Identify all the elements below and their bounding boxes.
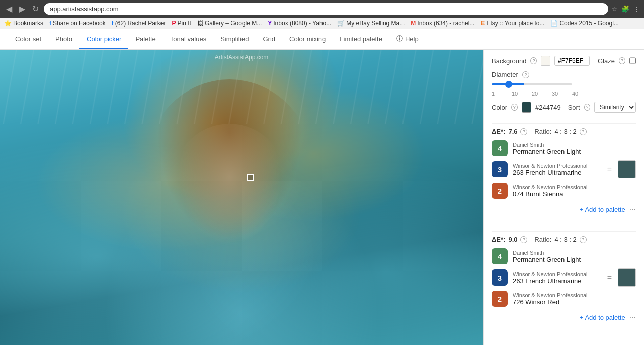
etsy-icon: E [480, 20, 485, 27]
glaze-label: Glaze [598, 57, 615, 65]
add-palette-button-1[interactable]: + Add to palette [580, 206, 625, 213]
bookmark-gmail[interactable]: M Inbox (634) - rachel... [411, 20, 474, 27]
help-circle-icon: ⓘ [396, 34, 403, 43]
bookmark-ebay[interactable]: 🛒 My eBay Selling Ma... [337, 20, 405, 27]
paint-badge-2-3: 2 [492, 291, 508, 307]
nav-simplified[interactable]: Simplified [213, 30, 256, 49]
image-area[interactable]: ArtistAssistApp.com [0, 50, 483, 345]
paint-badge-2-1: 4 [492, 248, 508, 264]
ratio-label-1: Ratio: [534, 128, 551, 135]
ratio-label-2: Ratio: [534, 236, 551, 243]
bookmark-bookmarks[interactable]: ⭐ Bookmarks [4, 20, 43, 27]
ratio-value-2: 4 : 3 : 2 [554, 236, 576, 243]
color-swatch-main[interactable] [522, 102, 531, 113]
sort-info-icon[interactable]: ? [584, 104, 590, 111]
diameter-slider[interactable] [492, 83, 572, 85]
paint-info-2-1: Daniel Smith Permanent Green Light [513, 250, 636, 263]
nav-limited-palette[interactable]: Limited palette [333, 30, 389, 49]
bookmark-facebook[interactable]: f Share on Facebook [49, 20, 106, 27]
color-info-icon[interactable]: ? [511, 104, 517, 111]
background-hex-input[interactable] [554, 56, 590, 66]
ebay-icon: 🛒 [337, 20, 345, 27]
paint-card-2-2: 3 Winsor & Newton Professional 263 Frenc… [492, 268, 636, 287]
paint-card-2-3: 2 Winsor & Newton Professional 726 Winso… [492, 291, 636, 307]
paint-info-2-3: Winsor & Newton Professional 726 Winsor … [513, 292, 636, 306]
refresh-button[interactable]: ↻ [30, 3, 41, 15]
mix-header-2: ΔE*: 9.0 ? Ratio: 4 : 3 : 2 ? [492, 236, 636, 243]
more-options-button-1[interactable]: ··· [629, 205, 636, 214]
background-row: Background ? Glaze ? [492, 56, 636, 66]
paint-brand-2-2: Winsor & Newton Professional [513, 271, 601, 277]
nav-help[interactable]: ⓘ Help [389, 29, 426, 49]
glaze-info-icon[interactable]: ? [619, 57, 625, 64]
paint-info-1-3: Winsor & Newton Professional 074 Burnt S… [513, 184, 636, 198]
bookmark-etsy[interactable]: E Etsy :: Your place to... [480, 20, 544, 27]
bookmark-star-icon: ⭐ [4, 20, 12, 27]
bookmark-yahoo[interactable]: Y Inbox (8080) - Yaho... [268, 20, 331, 27]
diameter-info-icon[interactable]: ? [522, 71, 529, 78]
bookmark-pinterest[interactable]: P Pin It [172, 20, 191, 27]
paint-card-2-1: 4 Daniel Smith Permanent Green Light [492, 248, 636, 264]
bookmark-star-icon[interactable]: ☆ [611, 5, 617, 13]
ratio-value-1: 4 : 3 : 2 [554, 128, 576, 135]
main-container: ArtistAssistApp.com Background ? Glaze ?… [0, 50, 644, 345]
nav-color-picker[interactable]: Color picker [79, 30, 128, 49]
equals-2-2: = [607, 273, 612, 282]
forward-button[interactable]: ▶ [17, 3, 27, 15]
paint-badge-1-2: 3 [492, 161, 508, 177]
photo-canvas[interactable]: ArtistAssistApp.com [0, 50, 483, 345]
background-label: Background [492, 57, 526, 65]
bookmark-codes[interactable]: 📄 Codes 2015 - Googl... [550, 20, 618, 27]
more-options-button-2[interactable]: ··· [629, 313, 636, 322]
delta-label-1: ΔE*: [492, 128, 505, 135]
nav-palette[interactable]: Palette [128, 30, 163, 49]
browser-icons: ☆ 🧩 ⋮ [611, 5, 640, 13]
gallery-icon: 🖼 [197, 20, 203, 27]
sort-select[interactable]: Similarity Name Brand Hue [594, 102, 636, 113]
add-palette-row-2: + Add to palette ··· [492, 311, 636, 324]
paint-brand-1-2: Winsor & Newton Professional [513, 163, 601, 169]
mix-section-2: ΔE*: 9.0 ? Ratio: 4 : 3 : 2 ? 4 Daniel S… [492, 231, 636, 328]
paint-name-2-3: 726 Winsor Red [513, 298, 636, 306]
background-info-icon[interactable]: ? [530, 57, 537, 64]
bookmark-gallery[interactable]: 🖼 Gallery – Google M... [197, 20, 262, 27]
facebook-icon2: f [112, 20, 114, 27]
diameter-label: Diameter [492, 71, 518, 78]
glaze-checkbox[interactable] [629, 57, 636, 64]
url-bar[interactable]: app.artistassistapp.com [44, 3, 608, 15]
facebook-icon: f [49, 20, 51, 27]
bookmark-rachel[interactable]: f (62) Rachel Parker [112, 20, 166, 27]
delta-info-icon-1[interactable]: ? [520, 128, 527, 135]
color-hex-value: #244749 [535, 104, 561, 111]
paint-card-1-2: 3 Winsor & Newton Professional 263 Frenc… [492, 160, 636, 178]
mix-header-1: ΔE*: 7.6 ? Ratio: 4 : 3 : 2 ? [492, 128, 636, 135]
delta-info-icon-2[interactable]: ? [520, 236, 527, 243]
divider-2 [492, 228, 636, 228]
paint-badge-1-3: 2 [492, 183, 508, 199]
ratio-info-icon-2[interactable]: ? [580, 236, 587, 243]
extensions-icon[interactable]: 🧩 [621, 5, 629, 13]
nav-color-mixing[interactable]: Color mixing [282, 30, 333, 49]
color-label: Color [492, 104, 507, 111]
paint-brand-2-1: Daniel Smith [513, 250, 636, 256]
paint-brand-1-1: Daniel Smith [513, 142, 636, 148]
ratio-info-icon-1[interactable]: ? [580, 128, 587, 135]
nav-tonal-values[interactable]: Tonal values [163, 30, 213, 49]
browser-chrome: ◀ ▶ ↻ app.artistassistapp.com ☆ 🧩 ⋮ [0, 0, 644, 18]
menu-icon[interactable]: ⋮ [633, 5, 640, 13]
nav-grid[interactable]: Grid [256, 30, 283, 49]
diameter-row: Diameter ? [492, 71, 636, 78]
nav-color-set[interactable]: Color set [8, 30, 48, 49]
nav-photo[interactable]: Photo [48, 30, 79, 49]
app-nav: Color set Photo Color picker Palette Ton… [0, 29, 644, 50]
divider-1 [492, 120, 636, 120]
background-color-swatch[interactable] [541, 56, 550, 66]
back-button[interactable]: ◀ [4, 3, 14, 15]
paint-name-2-2: 263 French Ultramarine [513, 277, 601, 285]
url-text: app.artistassistapp.com [50, 5, 119, 13]
paint-brand-1-3: Winsor & Newton Professional [513, 184, 636, 190]
codes-icon: 📄 [550, 20, 558, 27]
paint-info-2-2: Winsor & Newton Professional 263 French … [513, 271, 601, 285]
add-palette-button-2[interactable]: + Add to palette [580, 314, 625, 321]
yahoo-icon: Y [268, 20, 272, 27]
